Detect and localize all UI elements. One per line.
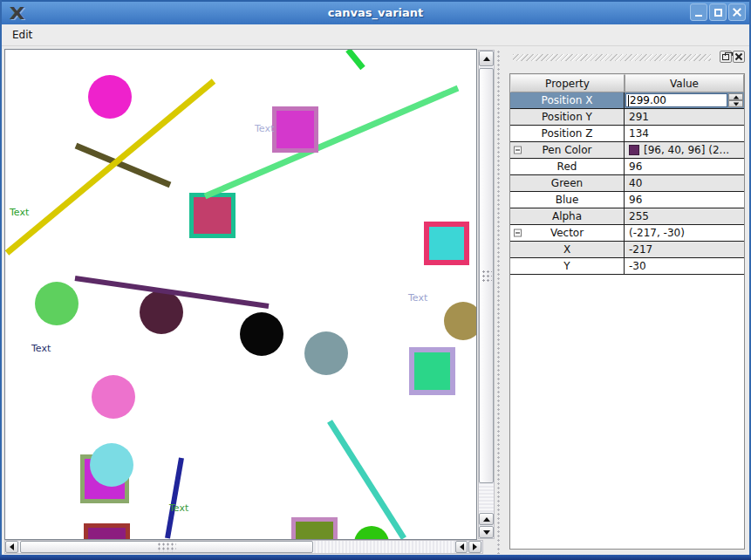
scroll-up-button[interactable] bbox=[479, 51, 494, 66]
scroll-left-button[interactable] bbox=[5, 541, 18, 553]
scroll-up-button-2[interactable] bbox=[479, 513, 494, 525]
arrow-up-icon bbox=[483, 57, 490, 61]
scroll-down-button[interactable] bbox=[479, 526, 494, 538]
position-x-input[interactable]: 299.00 bbox=[625, 93, 727, 107]
minimize-button[interactable] bbox=[690, 3, 707, 21]
dock-drag-texture[interactable] bbox=[513, 54, 711, 61]
property-value[interactable]: 299.00 bbox=[625, 92, 744, 108]
black-circle[interactable] bbox=[240, 312, 283, 356]
property-value[interactable]: -30 bbox=[625, 258, 744, 274]
pink-circle[interactable] bbox=[92, 375, 135, 419]
purple-square[interactable] bbox=[86, 526, 128, 540]
slate-circle[interactable] bbox=[304, 331, 348, 375]
menu-bar: Edit bbox=[2, 24, 749, 46]
property-value[interactable]: -217 bbox=[625, 242, 744, 257]
property-value[interactable]: [96, 40, 96] (2... bbox=[625, 142, 744, 158]
menu-edit[interactable]: Edit bbox=[2, 26, 41, 44]
horizontal-scroll-thumb[interactable] bbox=[20, 541, 313, 553]
minimize-icon bbox=[695, 15, 702, 17]
vertical-scroll-thumb[interactable] bbox=[479, 68, 494, 483]
spin-down-button[interactable] bbox=[728, 100, 743, 107]
magenta-circle[interactable] bbox=[88, 75, 132, 119]
value-text: 96 bbox=[629, 194, 642, 206]
green-segment[interactable] bbox=[348, 50, 363, 68]
sky-circle[interactable] bbox=[90, 443, 133, 487]
property-name-text: Alpha bbox=[552, 210, 582, 222]
collapse-toggle[interactable] bbox=[514, 147, 522, 154]
property-row-alpha[interactable]: Alpha255 bbox=[510, 208, 744, 225]
property-value[interactable]: 255 bbox=[625, 208, 744, 224]
property-row-y[interactable]: Y-30 bbox=[510, 258, 744, 275]
vertical-scrollbar[interactable] bbox=[478, 50, 495, 539]
arrow-left-icon bbox=[460, 543, 464, 550]
spinbox-value-text: 299.00 bbox=[630, 94, 666, 106]
scroll-left-button-2[interactable] bbox=[455, 541, 468, 553]
horizontal-scrollbar[interactable] bbox=[4, 540, 483, 554]
cyan-square[interactable] bbox=[427, 224, 467, 263]
maroon-circle[interactable] bbox=[140, 290, 183, 334]
property-name-text: Blue bbox=[556, 194, 579, 206]
property-name-text: Green bbox=[551, 177, 583, 189]
pen-color-swatch bbox=[629, 145, 639, 155]
property-table: Property Value Position X299.00Position … bbox=[509, 73, 745, 550]
text-label-lavender-top[interactable]: Text bbox=[254, 123, 275, 134]
green-half-circle[interactable] bbox=[354, 526, 389, 539]
property-row-blue[interactable]: Blue96 bbox=[510, 192, 744, 208]
scroll-right-button[interactable] bbox=[468, 541, 481, 553]
property-label: Position X bbox=[510, 92, 625, 108]
property-row-green[interactable]: Green40 bbox=[510, 175, 744, 192]
main-content: TextTextTextTextText bbox=[2, 46, 749, 555]
canvas-viewport[interactable]: TextTextTextTextText bbox=[4, 49, 477, 540]
property-value[interactable]: 134 bbox=[625, 126, 744, 141]
property-value[interactable]: 40 bbox=[625, 175, 744, 191]
text-label-lavender-right[interactable]: Text bbox=[407, 292, 428, 304]
dock-close-button[interactable] bbox=[733, 51, 745, 63]
property-row-vector[interactable]: Vector(-217, -30) bbox=[510, 225, 744, 242]
dock-title-bar[interactable] bbox=[504, 50, 748, 65]
green-circle[interactable] bbox=[35, 282, 79, 325]
khaki-circle[interactable] bbox=[444, 302, 476, 340]
spin-up-button[interactable] bbox=[728, 93, 743, 100]
property-row-position-x[interactable]: Position X299.00 bbox=[510, 92, 744, 109]
value-text: 255 bbox=[629, 210, 649, 222]
value-text: [96, 40, 96] (2... bbox=[644, 144, 729, 156]
turquoise-line[interactable] bbox=[330, 421, 404, 538]
emerald-square[interactable] bbox=[412, 350, 453, 393]
property-name-text: Red bbox=[557, 160, 577, 173]
maximize-icon bbox=[714, 9, 722, 17]
close-button[interactable] bbox=[728, 3, 746, 21]
property-row-x[interactable]: X-217 bbox=[510, 242, 744, 258]
dock-float-button[interactable] bbox=[720, 51, 732, 63]
collapse-toggle[interactable] bbox=[514, 229, 522, 237]
crimson-square[interactable] bbox=[192, 195, 234, 236]
property-name-text: Y bbox=[563, 260, 570, 272]
property-label: Position Y bbox=[510, 109, 625, 125]
text-label-green-bottom[interactable]: Text bbox=[168, 502, 189, 514]
property-name-text: Position X bbox=[542, 94, 593, 106]
property-value[interactable]: 291 bbox=[625, 109, 744, 125]
property-value[interactable]: (-217, -30) bbox=[625, 225, 744, 241]
property-row-position-y[interactable]: Position Y291 bbox=[510, 109, 744, 126]
header-property[interactable]: Property bbox=[510, 74, 625, 92]
property-name-text: Position Y bbox=[542, 111, 592, 123]
property-row-red[interactable]: Red96 bbox=[510, 159, 744, 175]
maximize-button[interactable] bbox=[709, 3, 727, 21]
title-bar[interactable]: X canvas_variant bbox=[0, 0, 751, 24]
olive-square[interactable] bbox=[294, 520, 336, 540]
header-value[interactable]: Value bbox=[625, 74, 744, 92]
property-value[interactable]: 96 bbox=[625, 159, 744, 174]
navy-line[interactable] bbox=[167, 458, 181, 538]
text-label-green-left[interactable]: Text bbox=[9, 207, 30, 218]
magenta-square[interactable] bbox=[275, 109, 317, 151]
position-x-spinbox[interactable]: 299.00 bbox=[625, 92, 744, 108]
text-label-navy[interactable]: Text bbox=[31, 343, 51, 354]
olive-line[interactable] bbox=[76, 146, 170, 185]
thumb-grip bbox=[481, 270, 492, 282]
property-label: Vector bbox=[510, 225, 625, 241]
spring-green-line[interactable] bbox=[205, 88, 458, 196]
property-row-position-z[interactable]: Position Z134 bbox=[510, 126, 744, 142]
property-label: Blue bbox=[510, 192, 625, 208]
dock-splitter-handle[interactable] bbox=[496, 50, 502, 554]
property-value[interactable]: 96 bbox=[625, 192, 744, 208]
property-row-pen-color[interactable]: Pen Color[96, 40, 96] (2... bbox=[510, 142, 744, 159]
